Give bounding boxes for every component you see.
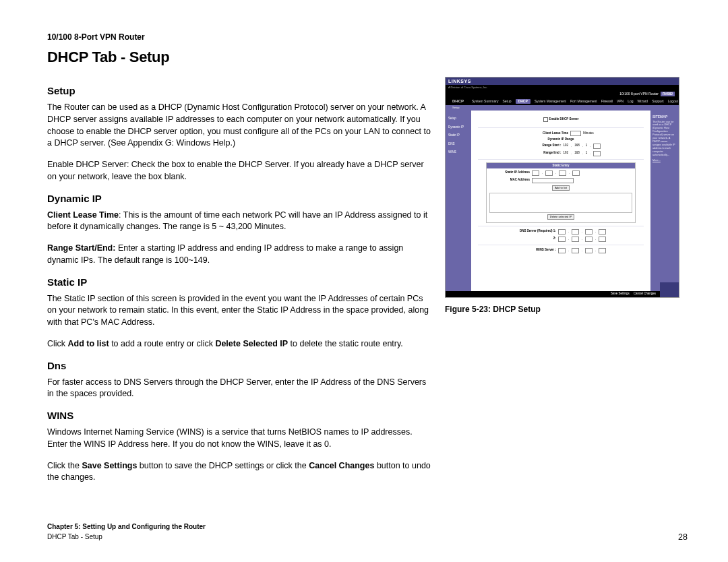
brand-sub: A Division of Cisco Systems, Inc.	[446, 85, 679, 90]
heading-wins: WINS	[47, 410, 431, 421]
tab-firewall: Firewall	[601, 100, 613, 103]
columns: Setup The Router can be used as a DHCP (…	[47, 77, 688, 493]
para-static-1: The Static IP section of this screen is …	[47, 293, 431, 329]
range-start-row: Range Start :192.168.1.	[474, 144, 648, 149]
para-dns: For faster access to DNS Servers through…	[47, 377, 431, 401]
figure-caption: Figure 5-23: DHCP Setup	[445, 305, 688, 314]
more-link: More...	[653, 159, 677, 162]
para-dyn-2: Range Start/End: Enter a starting IP add…	[47, 243, 431, 267]
sub-tabs: Setup	[446, 105, 679, 111]
cancel-changes: Cancel Changes	[634, 292, 656, 296]
tab-logout: Logout	[668, 100, 678, 103]
divider	[478, 159, 644, 160]
tab-vpn: VPN	[617, 100, 624, 103]
lease-unit: Minutes	[583, 132, 594, 135]
bold-deleteip: Delete Selected IP	[215, 339, 288, 348]
para-setup-1: The Router can be used as a DHCP (Dynami…	[47, 102, 431, 150]
side-nav: Setup Dynamic IP Static IP DNS WINS	[446, 111, 471, 291]
dns2-label: 2:	[516, 237, 556, 241]
model-badge: RV082	[661, 92, 675, 96]
re-input	[593, 151, 601, 156]
static-box: Static Entry Static IP Address... MAC Ad…	[486, 162, 636, 223]
wins-row: WINS Server :...	[474, 248, 648, 253]
figure-screenshot: LINKSYS A Division of Cisco Systems, Inc…	[445, 77, 679, 298]
bold-addtolist: Add to list	[68, 339, 109, 348]
enable-label: Enable DHCP Server	[549, 118, 579, 121]
rs-input	[593, 144, 601, 149]
divider	[478, 245, 644, 245]
page-title: DHCP Tab - Setup	[47, 49, 688, 66]
para-dyn-1: Client Lease Time: This is the amount of…	[47, 210, 431, 234]
page: 10/100 8-Port VPN Router DHCP Tab - Setu…	[0, 0, 728, 562]
para-static-2: Click Add to list to add a route entry o…	[47, 338, 431, 350]
brand-bar: LINKSYS	[446, 77, 679, 85]
para-wins-2: Click the Save Settings button to save t…	[47, 460, 431, 485]
tab-log: Log	[628, 100, 633, 103]
save-settings: Save Settings	[611, 292, 630, 296]
static-list	[489, 193, 632, 213]
lease-row: Client Lease TimeMinutes	[474, 131, 648, 136]
heading-setup: Setup	[47, 85, 431, 96]
cisco-corner-icon	[660, 282, 679, 297]
dns1-label: DNS Server (Required) 1:	[516, 230, 556, 233]
page-footer: Chapter 5: Setting Up and Configuring th…	[47, 522, 688, 542]
info-text: The Router can be used as a DHCP (Dynami…	[653, 121, 677, 157]
side-dyn: Dynamic IP	[446, 123, 471, 132]
para-setup-2: Enable DHCP Server: Check the box to ena…	[47, 159, 431, 183]
tab-setup: Setup	[502, 100, 511, 103]
re-label: Range End :	[521, 152, 562, 155]
footer-sub: DHCP Tab - Setup	[47, 532, 206, 542]
enable-row: Enable DHCP Server	[474, 117, 648, 122]
main-text: Setup The Router can be used as a DHCP (…	[47, 77, 431, 493]
tab-dhcp-big: DHCP	[452, 99, 464, 103]
checkbox-icon	[543, 117, 548, 122]
side-wins: WINS	[446, 148, 471, 157]
tab-summary: System Summary	[472, 100, 498, 103]
info-panel: SITEMAP The Router can be used as a DHCP…	[650, 111, 679, 291]
brand: LINKSYS	[448, 79, 471, 84]
divider	[478, 127, 644, 128]
side-static: Static IP	[446, 131, 471, 140]
range-end-row: Range End :192.168.1.	[474, 151, 648, 156]
heading-dns: Dns	[47, 360, 431, 371]
lease-input	[570, 131, 581, 136]
tab-dhcp: DHCP	[516, 99, 530, 104]
bold-cancelchanges: Cancel Changes	[309, 461, 374, 470]
static-head: Static Entry	[487, 163, 635, 168]
footer-left: Chapter 5: Setting Up and Configuring th…	[47, 522, 206, 542]
dns1-row: DNS Server (Required) 1:...	[474, 229, 648, 235]
sip-label: Static IP Address	[496, 171, 530, 175]
tab-port: Port Management	[570, 100, 597, 103]
wins-label: WINS Server :	[516, 249, 556, 252]
footer-chapter: Chapter 5: Setting Up and Configuring th…	[47, 522, 206, 532]
bold-range: Range Start/End:	[47, 243, 115, 253]
bold-savesettings: Save Settings	[82, 461, 137, 470]
lease-label: Client Lease Time	[528, 132, 568, 135]
sitemap-label: SITEMAP	[653, 115, 677, 119]
fig-main: Enable DHCP Server Client Lease TimeMinu…	[471, 111, 650, 291]
tab-sysmgmt: System Management	[535, 100, 566, 103]
side-dns: DNS	[446, 140, 471, 149]
mac-label: MAC Address	[496, 179, 530, 182]
para-wins-1: Windows Internet Naming Service (WINS) i…	[47, 427, 431, 451]
add-button: Add to list	[552, 185, 570, 191]
range-head: Dynamic IP Range	[474, 138, 648, 142]
tab-wizard: Wizard	[638, 100, 648, 103]
model-row: 10/100 8-port VPN Router RV082	[446, 90, 679, 97]
fig-footer: Save Settings Cancel Changes	[446, 291, 679, 297]
page-number: 28	[678, 532, 688, 542]
heading-dynamic: Dynamic IP	[47, 193, 431, 204]
tab-support: Support	[652, 100, 664, 103]
heading-static: Static IP	[47, 276, 431, 288]
bold-lease: Client Lease Time	[47, 210, 119, 220]
figure-column: LINKSYS A Division of Cisco Systems, Inc…	[445, 77, 688, 493]
dns2-row: 2:...	[474, 237, 648, 242]
doc-header: 10/100 8-Port VPN Router	[47, 32, 688, 42]
main-tabs: DHCP System Summary Setup DHCP System Ma…	[446, 97, 679, 105]
mac-input	[532, 178, 574, 183]
delete-button: Delete selected IP	[547, 214, 574, 220]
divider	[478, 226, 644, 226]
side-setup: Setup	[446, 115, 471, 123]
rs-label: Range Start :	[521, 144, 562, 148]
fig-body: Setup Dynamic IP Static IP DNS WINS Enab…	[446, 111, 679, 291]
